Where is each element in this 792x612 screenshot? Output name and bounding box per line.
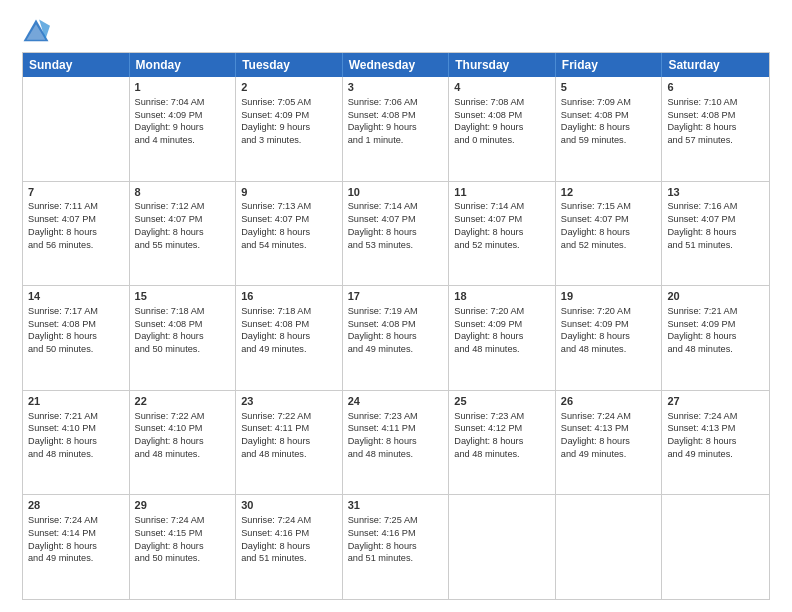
day-info: Sunrise: 7:21 AM Sunset: 4:09 PM Dayligh… (667, 305, 764, 356)
calendar-cell: 13Sunrise: 7:16 AM Sunset: 4:07 PM Dayli… (662, 182, 769, 286)
logo-icon (22, 18, 50, 46)
day-number: 11 (454, 185, 550, 200)
calendar-cell: 28Sunrise: 7:24 AM Sunset: 4:14 PM Dayli… (23, 495, 130, 599)
calendar-cell (23, 77, 130, 181)
calendar-cell: 7Sunrise: 7:11 AM Sunset: 4:07 PM Daylig… (23, 182, 130, 286)
header-day-tuesday: Tuesday (236, 53, 343, 77)
calendar-cell: 14Sunrise: 7:17 AM Sunset: 4:08 PM Dayli… (23, 286, 130, 390)
day-info: Sunrise: 7:22 AM Sunset: 4:10 PM Dayligh… (135, 410, 231, 461)
day-number: 9 (241, 185, 337, 200)
calendar-cell: 1Sunrise: 7:04 AM Sunset: 4:09 PM Daylig… (130, 77, 237, 181)
day-info: Sunrise: 7:18 AM Sunset: 4:08 PM Dayligh… (241, 305, 337, 356)
day-info: Sunrise: 7:09 AM Sunset: 4:08 PM Dayligh… (561, 96, 657, 147)
day-number: 1 (135, 80, 231, 95)
day-number: 4 (454, 80, 550, 95)
day-info: Sunrise: 7:24 AM Sunset: 4:13 PM Dayligh… (561, 410, 657, 461)
day-info: Sunrise: 7:20 AM Sunset: 4:09 PM Dayligh… (454, 305, 550, 356)
calendar-cell: 20Sunrise: 7:21 AM Sunset: 4:09 PM Dayli… (662, 286, 769, 390)
day-info: Sunrise: 7:19 AM Sunset: 4:08 PM Dayligh… (348, 305, 444, 356)
day-number: 17 (348, 289, 444, 304)
day-info: Sunrise: 7:21 AM Sunset: 4:10 PM Dayligh… (28, 410, 124, 461)
day-info: Sunrise: 7:14 AM Sunset: 4:07 PM Dayligh… (348, 200, 444, 251)
calendar-cell (449, 495, 556, 599)
calendar-cell: 15Sunrise: 7:18 AM Sunset: 4:08 PM Dayli… (130, 286, 237, 390)
day-number: 24 (348, 394, 444, 409)
day-number: 5 (561, 80, 657, 95)
day-info: Sunrise: 7:10 AM Sunset: 4:08 PM Dayligh… (667, 96, 764, 147)
calendar-row-3: 21Sunrise: 7:21 AM Sunset: 4:10 PM Dayli… (23, 390, 769, 495)
day-info: Sunrise: 7:24 AM Sunset: 4:15 PM Dayligh… (135, 514, 231, 565)
day-info: Sunrise: 7:06 AM Sunset: 4:08 PM Dayligh… (348, 96, 444, 147)
day-info: Sunrise: 7:18 AM Sunset: 4:08 PM Dayligh… (135, 305, 231, 356)
calendar-cell: 23Sunrise: 7:22 AM Sunset: 4:11 PM Dayli… (236, 391, 343, 495)
page: SundayMondayTuesdayWednesdayThursdayFrid… (0, 0, 792, 612)
calendar-cell: 3Sunrise: 7:06 AM Sunset: 4:08 PM Daylig… (343, 77, 450, 181)
calendar-cell: 9Sunrise: 7:13 AM Sunset: 4:07 PM Daylig… (236, 182, 343, 286)
calendar-cell: 18Sunrise: 7:20 AM Sunset: 4:09 PM Dayli… (449, 286, 556, 390)
calendar-cell: 24Sunrise: 7:23 AM Sunset: 4:11 PM Dayli… (343, 391, 450, 495)
calendar-cell: 2Sunrise: 7:05 AM Sunset: 4:09 PM Daylig… (236, 77, 343, 181)
header-day-friday: Friday (556, 53, 663, 77)
calendar-cell: 4Sunrise: 7:08 AM Sunset: 4:08 PM Daylig… (449, 77, 556, 181)
day-number: 8 (135, 185, 231, 200)
day-number: 6 (667, 80, 764, 95)
day-info: Sunrise: 7:22 AM Sunset: 4:11 PM Dayligh… (241, 410, 337, 461)
calendar-cell: 30Sunrise: 7:24 AM Sunset: 4:16 PM Dayli… (236, 495, 343, 599)
header-day-thursday: Thursday (449, 53, 556, 77)
day-info: Sunrise: 7:24 AM Sunset: 4:16 PM Dayligh… (241, 514, 337, 565)
calendar-header: SundayMondayTuesdayWednesdayThursdayFrid… (23, 53, 769, 77)
day-number: 30 (241, 498, 337, 513)
calendar: SundayMondayTuesdayWednesdayThursdayFrid… (22, 52, 770, 600)
day-number: 26 (561, 394, 657, 409)
calendar-cell: 11Sunrise: 7:14 AM Sunset: 4:07 PM Dayli… (449, 182, 556, 286)
calendar-row-1: 7Sunrise: 7:11 AM Sunset: 4:07 PM Daylig… (23, 181, 769, 286)
day-number: 10 (348, 185, 444, 200)
day-info: Sunrise: 7:15 AM Sunset: 4:07 PM Dayligh… (561, 200, 657, 251)
day-number: 12 (561, 185, 657, 200)
calendar-cell: 22Sunrise: 7:22 AM Sunset: 4:10 PM Dayli… (130, 391, 237, 495)
calendar-cell (556, 495, 663, 599)
day-number: 14 (28, 289, 124, 304)
day-info: Sunrise: 7:16 AM Sunset: 4:07 PM Dayligh… (667, 200, 764, 251)
day-info: Sunrise: 7:17 AM Sunset: 4:08 PM Dayligh… (28, 305, 124, 356)
calendar-cell: 19Sunrise: 7:20 AM Sunset: 4:09 PM Dayli… (556, 286, 663, 390)
day-number: 19 (561, 289, 657, 304)
day-number: 27 (667, 394, 764, 409)
header-day-saturday: Saturday (662, 53, 769, 77)
header (22, 18, 770, 46)
day-info: Sunrise: 7:24 AM Sunset: 4:13 PM Dayligh… (667, 410, 764, 461)
day-info: Sunrise: 7:20 AM Sunset: 4:09 PM Dayligh… (561, 305, 657, 356)
day-number: 7 (28, 185, 124, 200)
day-number: 23 (241, 394, 337, 409)
day-info: Sunrise: 7:25 AM Sunset: 4:16 PM Dayligh… (348, 514, 444, 565)
calendar-cell: 12Sunrise: 7:15 AM Sunset: 4:07 PM Dayli… (556, 182, 663, 286)
day-number: 25 (454, 394, 550, 409)
day-number: 21 (28, 394, 124, 409)
calendar-cell: 26Sunrise: 7:24 AM Sunset: 4:13 PM Dayli… (556, 391, 663, 495)
calendar-cell: 27Sunrise: 7:24 AM Sunset: 4:13 PM Dayli… (662, 391, 769, 495)
day-number: 28 (28, 498, 124, 513)
day-number: 2 (241, 80, 337, 95)
day-number: 31 (348, 498, 444, 513)
calendar-cell: 5Sunrise: 7:09 AM Sunset: 4:08 PM Daylig… (556, 77, 663, 181)
calendar-row-0: 1Sunrise: 7:04 AM Sunset: 4:09 PM Daylig… (23, 77, 769, 181)
calendar-cell: 31Sunrise: 7:25 AM Sunset: 4:16 PM Dayli… (343, 495, 450, 599)
calendar-row-2: 14Sunrise: 7:17 AM Sunset: 4:08 PM Dayli… (23, 285, 769, 390)
calendar-cell: 8Sunrise: 7:12 AM Sunset: 4:07 PM Daylig… (130, 182, 237, 286)
calendar-cell: 16Sunrise: 7:18 AM Sunset: 4:08 PM Dayli… (236, 286, 343, 390)
day-number: 18 (454, 289, 550, 304)
logo (22, 18, 54, 46)
calendar-cell: 25Sunrise: 7:23 AM Sunset: 4:12 PM Dayli… (449, 391, 556, 495)
day-info: Sunrise: 7:14 AM Sunset: 4:07 PM Dayligh… (454, 200, 550, 251)
day-info: Sunrise: 7:24 AM Sunset: 4:14 PM Dayligh… (28, 514, 124, 565)
calendar-body: 1Sunrise: 7:04 AM Sunset: 4:09 PM Daylig… (23, 77, 769, 599)
day-info: Sunrise: 7:23 AM Sunset: 4:11 PM Dayligh… (348, 410, 444, 461)
day-number: 29 (135, 498, 231, 513)
day-number: 13 (667, 185, 764, 200)
day-number: 16 (241, 289, 337, 304)
day-number: 20 (667, 289, 764, 304)
day-info: Sunrise: 7:11 AM Sunset: 4:07 PM Dayligh… (28, 200, 124, 251)
day-number: 22 (135, 394, 231, 409)
header-day-monday: Monday (130, 53, 237, 77)
day-info: Sunrise: 7:23 AM Sunset: 4:12 PM Dayligh… (454, 410, 550, 461)
